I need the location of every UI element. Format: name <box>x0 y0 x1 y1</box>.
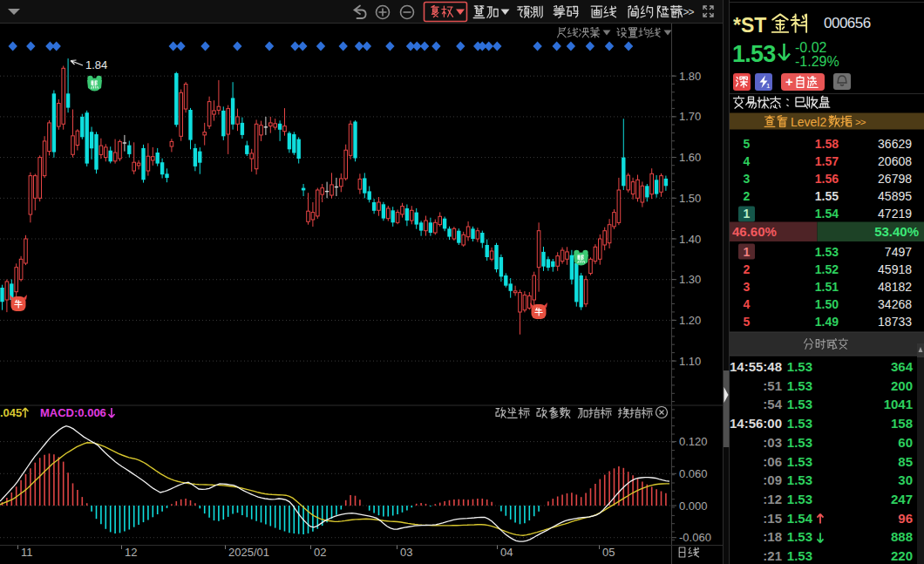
svg-text:364: 364 <box>891 359 914 374</box>
svg-text:53.40%: 53.40% <box>874 224 919 239</box>
svg-text:1.50: 1.50 <box>679 192 701 205</box>
svg-text:36629: 36629 <box>878 137 912 151</box>
svg-text:1.53: 1.53 <box>787 359 812 374</box>
svg-text:888: 888 <box>891 529 913 544</box>
svg-text:MACD:0.006: MACD:0.006 <box>40 406 106 419</box>
svg-text:02: 02 <box>314 546 326 559</box>
svg-text:2: 2 <box>744 262 751 276</box>
svg-text:2: 2 <box>744 189 751 203</box>
svg-text::18: :18 <box>763 529 782 544</box>
svg-text:1.84: 1.84 <box>85 58 107 71</box>
svg-text:1.53: 1.53 <box>787 435 812 450</box>
svg-text:1.53: 1.53 <box>787 397 812 411</box>
svg-text:247: 247 <box>891 492 913 506</box>
svg-text:1.53: 1.53 <box>732 41 776 67</box>
svg-text:1.60: 1.60 <box>679 151 701 164</box>
svg-text:1.53: 1.53 <box>787 548 812 563</box>
svg-text:220: 220 <box>891 548 913 563</box>
svg-text::15: :15 <box>763 511 782 526</box>
svg-text:0.000: 0.000 <box>679 499 708 513</box>
svg-text::12: :12 <box>763 492 782 506</box>
svg-text:14:56:00: 14:56:00 <box>730 416 782 431</box>
svg-text:2025/01: 2025/01 <box>228 546 269 559</box>
svg-text:1.53: 1.53 <box>815 245 839 259</box>
svg-text:1.10: 1.10 <box>679 355 701 368</box>
svg-text:1.53: 1.53 <box>787 472 812 487</box>
svg-text::21: :21 <box>763 548 782 563</box>
svg-text:0.060: 0.060 <box>679 467 708 480</box>
svg-text:20608: 20608 <box>878 154 912 168</box>
svg-text:7497: 7497 <box>885 245 912 259</box>
svg-text:1.70: 1.70 <box>679 110 701 123</box>
svg-text:1.53: 1.53 <box>787 378 812 393</box>
svg-text:26798: 26798 <box>878 172 912 186</box>
svg-text:000656: 000656 <box>824 15 871 31</box>
svg-text:0.120: 0.120 <box>679 435 708 448</box>
svg-text:45918: 45918 <box>878 262 912 276</box>
svg-text:1.54: 1.54 <box>787 511 813 526</box>
svg-text:>>: >> <box>855 117 866 127</box>
svg-text::06: :06 <box>763 454 782 469</box>
svg-text:1.50: 1.50 <box>815 297 839 311</box>
svg-text:1041: 1041 <box>884 397 913 411</box>
svg-text:1.80: 1.80 <box>679 70 701 83</box>
svg-text:1.55: 1.55 <box>815 189 839 203</box>
svg-text:18733: 18733 <box>878 315 912 329</box>
svg-text:>>: >> <box>683 6 695 18</box>
svg-text:1.57: 1.57 <box>815 154 839 168</box>
svg-text::09: :09 <box>763 472 782 487</box>
svg-text:4: 4 <box>744 154 751 168</box>
svg-text:*ST: *ST <box>733 14 766 37</box>
svg-text:1.56: 1.56 <box>815 172 839 186</box>
svg-text:34268: 34268 <box>878 297 912 311</box>
svg-text:45895: 45895 <box>878 189 912 203</box>
svg-text:-0.060: -0.060 <box>679 531 711 544</box>
svg-text:1: 1 <box>744 245 751 259</box>
svg-text:1: 1 <box>744 207 751 221</box>
svg-text:1.51: 1.51 <box>815 280 839 294</box>
svg-text:-0.02: -0.02 <box>795 40 827 55</box>
svg-text:1.53: 1.53 <box>787 454 812 469</box>
svg-text:1.52: 1.52 <box>815 262 839 276</box>
svg-text:1.53: 1.53 <box>787 492 812 506</box>
svg-text:1.53: 1.53 <box>787 529 812 544</box>
svg-text:1.30: 1.30 <box>679 273 701 286</box>
svg-text:3: 3 <box>744 280 751 294</box>
svg-text:05: 05 <box>602 546 615 559</box>
svg-text:-1.29%: -1.29% <box>795 54 839 69</box>
svg-text:11: 11 <box>21 546 33 559</box>
svg-text:+: + <box>785 74 793 89</box>
svg-text:1.58: 1.58 <box>815 137 839 151</box>
svg-text::54: :54 <box>763 397 782 411</box>
svg-text:04: 04 <box>500 546 513 559</box>
svg-text:.045: .045 <box>0 406 22 419</box>
svg-text:3: 3 <box>744 172 751 186</box>
svg-text:Level2: Level2 <box>791 115 826 129</box>
svg-text:1.53: 1.53 <box>787 416 812 431</box>
svg-text:48182: 48182 <box>878 280 912 294</box>
svg-text:96: 96 <box>898 511 913 526</box>
svg-text:30: 30 <box>898 472 913 487</box>
svg-text::51: :51 <box>763 378 782 393</box>
svg-text:1.40: 1.40 <box>679 233 701 246</box>
svg-text:12: 12 <box>125 546 137 559</box>
svg-text:03: 03 <box>400 546 412 559</box>
svg-text:85: 85 <box>898 454 913 469</box>
svg-text:1: 1 <box>766 82 771 90</box>
svg-text:158: 158 <box>891 416 913 431</box>
svg-text:60: 60 <box>898 435 913 450</box>
svg-text:14:55:48: 14:55:48 <box>730 359 782 374</box>
svg-text:46.60%: 46.60% <box>732 224 777 239</box>
svg-text:1.49: 1.49 <box>815 315 839 329</box>
svg-text:5: 5 <box>744 315 751 329</box>
svg-text::03: :03 <box>763 435 782 450</box>
svg-text:1.54: 1.54 <box>815 207 839 221</box>
svg-text:5: 5 <box>744 137 751 151</box>
svg-text:1.20: 1.20 <box>679 314 701 327</box>
svg-text:4: 4 <box>744 297 751 311</box>
svg-text:200: 200 <box>891 378 913 393</box>
svg-text:47219: 47219 <box>878 207 912 221</box>
